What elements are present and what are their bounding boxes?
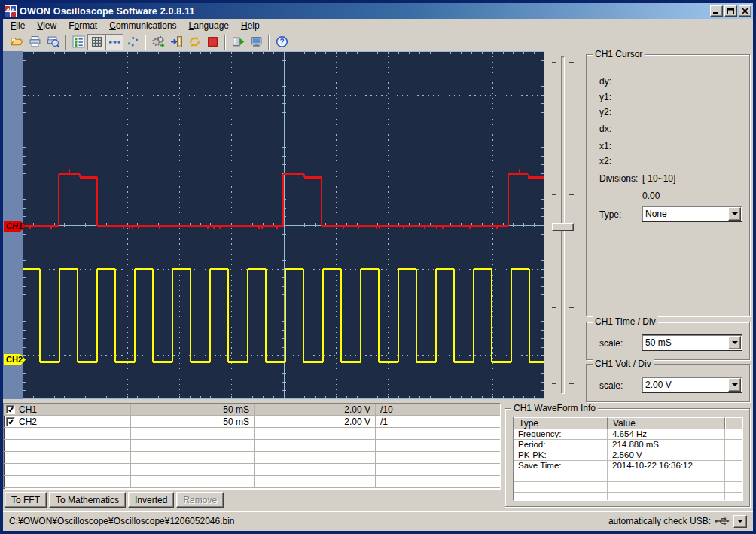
empty-row — [514, 482, 742, 493]
import-icon[interactable] — [167, 34, 185, 50]
info-col-extra — [725, 417, 742, 429]
cursor-type-label: Type: — [599, 209, 621, 220]
waveform-info-group: CH1 WaveForm Info Type Value Frequency:4… — [505, 408, 750, 507]
info-row-frequency: Frequency:4.654 Hz — [514, 429, 742, 440]
toolbar-separator — [268, 35, 270, 50]
channel-row-ch2[interactable]: CH2 50 mS 2.00 V /1 — [4, 416, 500, 428]
cursor-y2-label: y2: — [599, 107, 611, 117]
divisions-label: Divisions: — [599, 173, 638, 184]
menu-file[interactable]: File — [5, 20, 31, 32]
ch1-checkbox[interactable] — [6, 405, 15, 414]
maximize-button[interactable] — [724, 5, 737, 17]
volt-scale-value: 2.00 V — [642, 380, 728, 390]
ch1-trace-tag[interactable]: CH1 — [4, 221, 26, 232]
menu-communications[interactable]: Communications — [103, 20, 182, 32]
ch1-name: CH1 — [19, 404, 37, 415]
usb-dropdown-button[interactable] — [733, 515, 747, 528]
help-icon[interactable]: ? — [273, 34, 291, 50]
menu-bar: FileViewFormatCommunicationsLanguageHelp — [3, 19, 753, 32]
channel-table: CH1 50 mS 2.00 V /10 CH2 50 mS 2.00 V /1 — [3, 403, 501, 490]
status-bar: C:¥OWON¥Oscilloscope¥Oscilloscope¥120605… — [3, 511, 753, 531]
minimize-button[interactable] — [710, 5, 723, 17]
check-icon — [8, 406, 14, 411]
ch1-voltscale: 2.00 V — [255, 404, 376, 415]
toolbar-separator — [224, 35, 226, 50]
slider-tick — [552, 383, 556, 384]
svg-text:?: ? — [279, 38, 284, 46]
dots-icon[interactable] — [123, 34, 142, 50]
slider-tick — [552, 194, 556, 195]
slider-tick — [552, 307, 556, 308]
to-mathematics-button[interactable]: To Mathematics — [49, 492, 126, 508]
channel-row-ch1[interactable]: CH1 50 mS 2.00 V /10 — [4, 404, 500, 416]
ch2-trace-tag[interactable]: CH2 — [4, 354, 26, 365]
close-button[interactable] — [739, 5, 751, 17]
cursor-dy-label: dy: — [599, 76, 611, 87]
print-icon[interactable] — [26, 34, 44, 50]
time-scale-select[interactable]: 50 mS — [642, 334, 742, 351]
cursor-type-select[interactable]: None — [642, 206, 742, 222]
info-row-period: Period:214.880 mS — [514, 440, 742, 450]
slider-thumb[interactable] — [552, 223, 574, 231]
to-fft-button[interactable]: To FFT — [5, 492, 47, 508]
ch1-cursor-title: CH1 Cursor — [593, 49, 645, 60]
vertical-slider-panel — [544, 51, 580, 399]
waveform-info-table: Type Value Frequency:4.654 Hz Period:214… — [513, 417, 743, 501]
cursor-y1-label: y1: — [599, 92, 611, 102]
empty-row — [4, 476, 500, 488]
menu-format[interactable]: Format — [62, 20, 103, 32]
cursor-type-dropdown-button[interactable] — [728, 207, 741, 221]
ch2-probe: /1 — [376, 416, 500, 427]
empty-row — [4, 428, 500, 440]
grid-icon[interactable] — [87, 34, 105, 50]
menu-language[interactable]: Language — [183, 20, 235, 32]
empty-row — [4, 452, 500, 464]
ch2-voltscale: 2.00 V — [255, 416, 376, 427]
ch1-volt-div-group: CH1 Volt / Div scale: 2.00 V — [586, 364, 750, 402]
volt-scale-dropdown-button[interactable] — [728, 378, 741, 392]
gears-icon[interactable] — [149, 34, 167, 50]
time-scale-dropdown-button[interactable] — [728, 336, 741, 349]
info-col-value: Value — [608, 417, 725, 429]
scope-display[interactable] — [23, 51, 544, 399]
slider-tick — [552, 62, 556, 63]
empty-row — [514, 493, 742, 501]
export-video-icon[interactable] — [229, 34, 247, 50]
ch2-name: CH2 — [19, 417, 37, 427]
volt-scale-label: scale: — [599, 380, 623, 391]
cursor-type-value: None — [642, 209, 728, 219]
volt-scale-select[interactable]: 2.00 V — [642, 377, 742, 393]
divisions-range: [-10~10] — [642, 173, 675, 184]
screen-icon[interactable] — [247, 34, 265, 50]
menu-view[interactable]: View — [31, 20, 62, 32]
dotted-line-icon[interactable] — [105, 34, 123, 50]
app-window: OWON Oscilloscope Software 2.0.8.11 File… — [0, 0, 756, 534]
ch1-cursor-group: CH1 Cursor dy: y1: y2: dx: x1: x2: Divis… — [586, 54, 750, 316]
info-header-row: Type Value — [514, 417, 742, 429]
cursor-x1-label: x1: — [599, 141, 611, 151]
ch1-timebase: 50 mS — [131, 404, 255, 415]
cursor-dx-label: dx: — [599, 124, 611, 134]
waveform-info-panel: CH1 WaveForm Info Type Value Frequency:4… — [503, 403, 751, 508]
slider-tick — [569, 194, 574, 195]
open-folder-icon[interactable] — [8, 34, 26, 50]
inverted-button[interactable]: Inverted — [128, 492, 174, 508]
channel-tag-strip: CH1 CH2 — [3, 51, 23, 399]
stop-icon[interactable] — [203, 34, 221, 50]
toolbar-separator — [65, 35, 66, 50]
slider-tick — [569, 383, 574, 384]
ch1-volt-div-title: CH1 Volt / Div — [593, 359, 654, 369]
ch2-checkbox[interactable] — [6, 417, 15, 426]
channel-list-icon[interactable] — [69, 34, 87, 50]
info-row-savetime: Save Time:2014-10-22 16:36:12 — [514, 461, 742, 471]
refresh-icon[interactable] — [185, 34, 203, 50]
app-icon — [5, 5, 17, 17]
usb-icon — [715, 517, 730, 526]
chevron-down-icon — [732, 212, 738, 215]
slider-tick — [569, 307, 574, 308]
ch1-time-div-group: CH1 Time / Div scale: 50 mS — [586, 322, 750, 360]
print-preview-icon[interactable] — [44, 34, 62, 50]
check-icon — [8, 418, 14, 423]
divisions-value: 0.00 — [642, 191, 660, 201]
menu-help[interactable]: Help — [235, 20, 266, 32]
